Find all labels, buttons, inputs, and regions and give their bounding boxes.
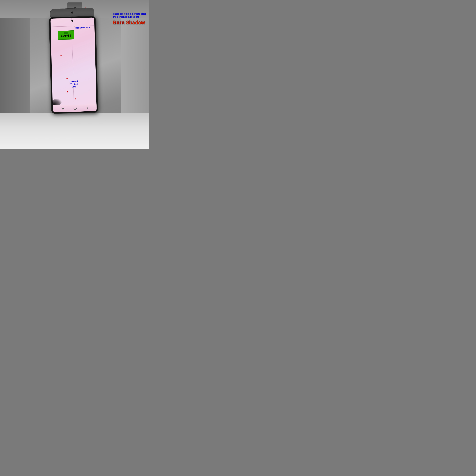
price-text: 520+81 — [61, 34, 71, 38]
arrow-bottom-left: ↗ — [66, 90, 69, 94]
price-sticker: 520+81 — [58, 31, 74, 40]
rear-camera — [71, 11, 73, 14]
horizontal-line-label: Horizontal Line — [75, 26, 90, 29]
colored-vertical-line-label: ColoredVerticalLine — [70, 80, 78, 88]
phone-container: 520+81 Horizontal Line ↑ ↗ ColoredVertic… — [49, 8, 98, 114]
back-button[interactable]: < — [86, 106, 88, 109]
phone-screen: 520+81 Horizontal Line ↑ ↗ ColoredVertic… — [51, 17, 97, 112]
home-button[interactable] — [74, 107, 77, 110]
front-camera — [71, 20, 73, 22]
navigation-bar: < — [53, 104, 97, 112]
floor-surface — [0, 113, 149, 149]
phone-back-top — [50, 8, 94, 17]
arrow-dot-defect: ↗ — [59, 54, 63, 58]
arrow-vertical-line: ↗ — [65, 77, 69, 81]
arrow-bottom-center: ↑ — [74, 97, 76, 101]
annotations-panel: There are visible defects after the scre… — [113, 12, 146, 25]
defect-notice-text: There are visible defects after the scre… — [113, 12, 146, 18]
recent-apps-button[interactable] — [62, 108, 64, 109]
phone-body: 520+81 Horizontal Line ↑ ↗ ColoredVertic… — [49, 16, 98, 114]
burn-shadow-label: Burn Shadow — [113, 20, 146, 25]
finger-shadow — [52, 99, 62, 106]
